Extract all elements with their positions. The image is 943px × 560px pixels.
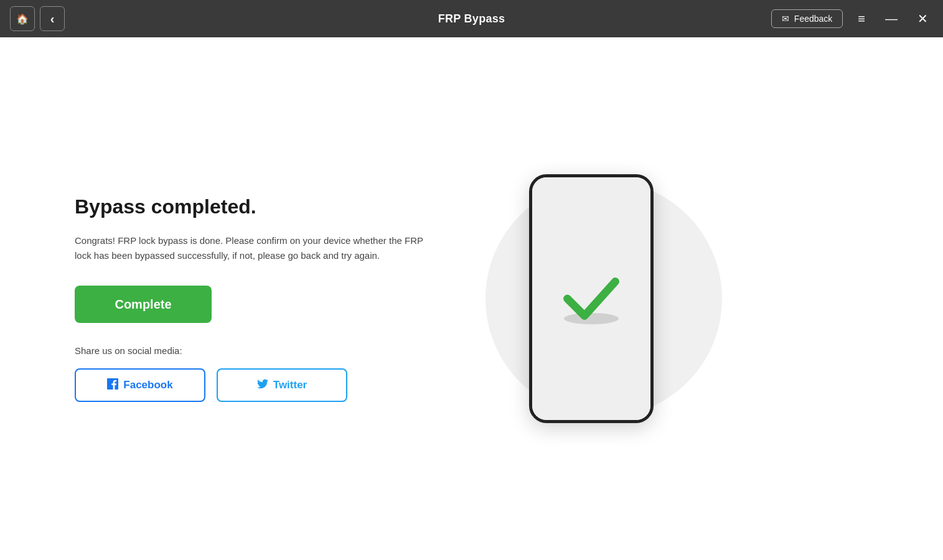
phone-screen xyxy=(532,177,650,420)
close-icon: ✕ xyxy=(917,12,928,26)
share-label: Share us on social media: xyxy=(75,345,461,356)
menu-button[interactable]: ≡ xyxy=(853,10,870,27)
feedback-label: Feedback xyxy=(794,14,832,24)
bypass-title: Bypass completed. xyxy=(75,195,461,218)
minimize-icon: — xyxy=(885,12,898,26)
titlebar-right-controls: ✉ Feedback ≡ — ✕ xyxy=(771,9,933,28)
twitter-icon xyxy=(257,378,268,393)
home-button[interactable]: 🏠 xyxy=(10,6,35,31)
checkmark-container xyxy=(557,264,626,333)
svg-point-0 xyxy=(564,313,619,324)
mail-icon: ✉ xyxy=(782,14,789,24)
titlebar-left-controls: 🏠 ‹ xyxy=(10,6,65,31)
home-icon: 🏠 xyxy=(16,13,29,25)
twitter-button[interactable]: Twitter xyxy=(217,368,347,402)
social-buttons: Facebook Twitter xyxy=(75,368,461,402)
back-button[interactable]: ‹ xyxy=(40,6,65,31)
facebook-button[interactable]: Facebook xyxy=(75,368,205,402)
twitter-label: Twitter xyxy=(273,379,307,391)
right-panel xyxy=(461,174,722,423)
main-content: Bypass completed. Congrats! FRP lock byp… xyxy=(0,37,943,560)
bypass-description: Congrats! FRP lock bypass is done. Pleas… xyxy=(75,233,423,263)
facebook-label: Facebook xyxy=(123,379,172,391)
facebook-icon xyxy=(107,378,118,393)
close-button[interactable]: ✕ xyxy=(913,10,933,27)
menu-icon: ≡ xyxy=(858,12,865,26)
complete-button[interactable]: Complete xyxy=(75,286,212,323)
minimize-button[interactable]: — xyxy=(880,10,903,27)
left-panel: Bypass completed. Congrats! FRP lock byp… xyxy=(75,195,461,402)
back-icon: ‹ xyxy=(50,12,55,26)
phone-illustration xyxy=(529,174,654,423)
feedback-button[interactable]: ✉ Feedback xyxy=(771,9,843,28)
checkmark-icon xyxy=(557,264,626,333)
app-title: FRP Bypass xyxy=(438,12,505,26)
titlebar: 🏠 ‹ FRP Bypass ✉ Feedback ≡ — ✕ xyxy=(0,0,943,37)
